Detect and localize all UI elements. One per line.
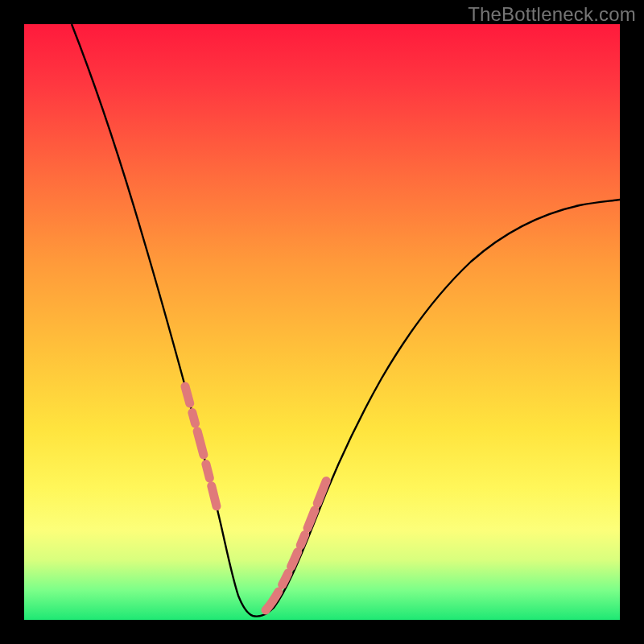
bottleneck-curve xyxy=(72,24,620,617)
chart-frame: TheBottleneck.com xyxy=(0,0,644,644)
plot-area xyxy=(24,24,620,620)
dash-overlay-right xyxy=(266,396,362,610)
dash-overlay-left xyxy=(185,386,246,612)
watermark-text: TheBottleneck.com xyxy=(468,3,636,26)
curve-svg xyxy=(24,24,620,620)
